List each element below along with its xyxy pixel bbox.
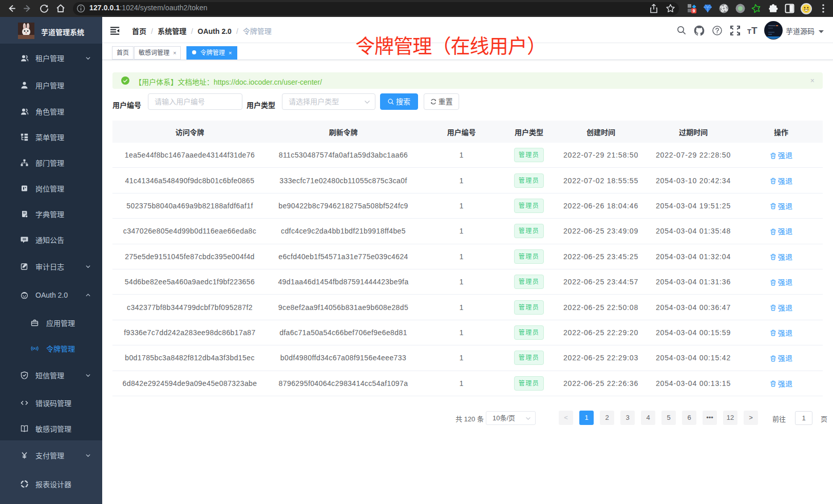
svg-text:A: A — [33, 347, 36, 350]
svg-text:T: T — [747, 28, 751, 35]
svg-text:9: 9 — [693, 8, 695, 13]
svg-text:T: T — [751, 26, 758, 35]
